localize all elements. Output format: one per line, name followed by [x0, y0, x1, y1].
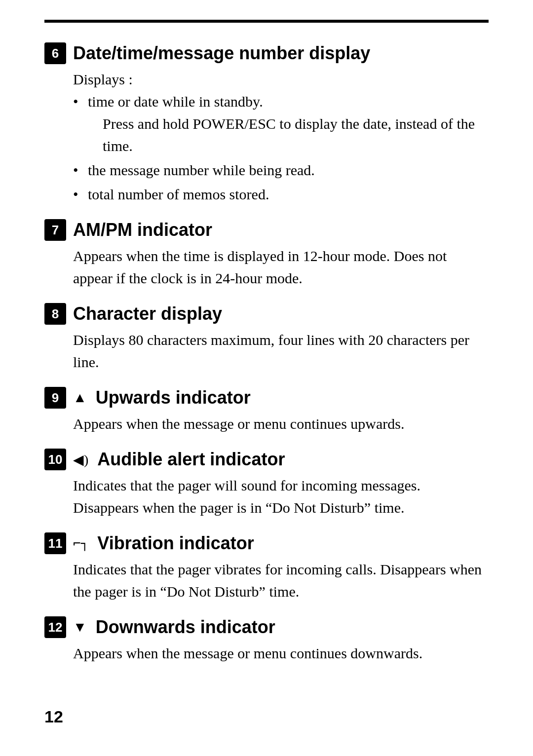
section-11-header: 11 ⌐┐ Vibration indicator: [44, 532, 489, 554]
section-11-title: Vibration indicator: [97, 532, 254, 554]
section-8: 8 Character display Displays 80 characte…: [44, 303, 489, 373]
section-9-header: 9 ▲ Upwards indicator: [44, 387, 489, 409]
badge-8: 8: [44, 303, 66, 325]
section-10-title: Audible alert indicator: [97, 449, 285, 470]
section-9: 9 ▲ Upwards indicator Appears when the m…: [44, 387, 489, 435]
section-12-title: Downwards indicator: [96, 616, 275, 638]
section-7-title: AM/PM indicator: [73, 219, 212, 240]
section-7-body: Appears when the time is displayed in 12…: [73, 245, 489, 289]
section-11-body: Indicates that the pager vibrates for in…: [73, 558, 489, 603]
top-rule: [44, 20, 489, 23]
upwards-arrow-icon: ▲: [73, 390, 87, 406]
section-7: 7 AM/PM indicator Appears when the time …: [44, 219, 489, 289]
section-12-header: 12 ▼ Downwards indicator: [44, 616, 489, 638]
speaker-icon: ◀): [73, 452, 88, 468]
vibration-icon: ⌐┐: [73, 536, 88, 551]
section-12: 12 ▼ Downwards indicator Appears when th…: [44, 616, 489, 664]
badge-12: 12: [44, 616, 66, 638]
list-item: the message number while being read.: [73, 159, 489, 181]
section-6-header: 6 Date/time/message number display: [44, 42, 489, 64]
section-6-body: Displays : time or date while in standby…: [73, 68, 489, 205]
list-item: time or date while in standby. Press and…: [73, 90, 489, 157]
badge-10: 10: [44, 449, 66, 470]
badge-11: 11: [44, 532, 66, 554]
section-9-body: Appears when the message or menu continu…: [73, 413, 489, 435]
section-8-title: Character display: [73, 303, 222, 324]
page-number: 12: [44, 707, 63, 726]
downwards-arrow-icon: ▼: [73, 619, 87, 635]
section-10-header: 10 ◀) Audible alert indicator: [44, 449, 489, 470]
list-item: total number of memos stored.: [73, 183, 489, 205]
section-6-list: time or date while in standby. Press and…: [73, 90, 489, 205]
section-8-header: 8 Character display: [44, 303, 489, 325]
section-6: 6 Date/time/message number display Displ…: [44, 42, 489, 205]
section-11: 11 ⌐┐ Vibration indicator Indicates that…: [44, 532, 489, 603]
section-6-title: Date/time/message number display: [73, 42, 370, 64]
section-7-header: 7 AM/PM indicator: [44, 219, 489, 241]
section-8-body: Displays 80 characters maximum, four lin…: [73, 329, 489, 373]
section-10-body: Indicates that the pager will sound for …: [73, 474, 489, 519]
badge-9: 9: [44, 387, 66, 409]
badge-6: 6: [44, 42, 66, 64]
section-10: 10 ◀) Audible alert indicator Indicates …: [44, 449, 489, 519]
section-9-title: Upwards indicator: [96, 387, 251, 408]
badge-7: 7: [44, 219, 66, 241]
sub-indent-text: Press and hold POWER/ESC to display the …: [88, 113, 489, 157]
section-12-body: Appears when the message or menu continu…: [73, 642, 489, 664]
section-6-intro: Displays :: [73, 68, 489, 90]
